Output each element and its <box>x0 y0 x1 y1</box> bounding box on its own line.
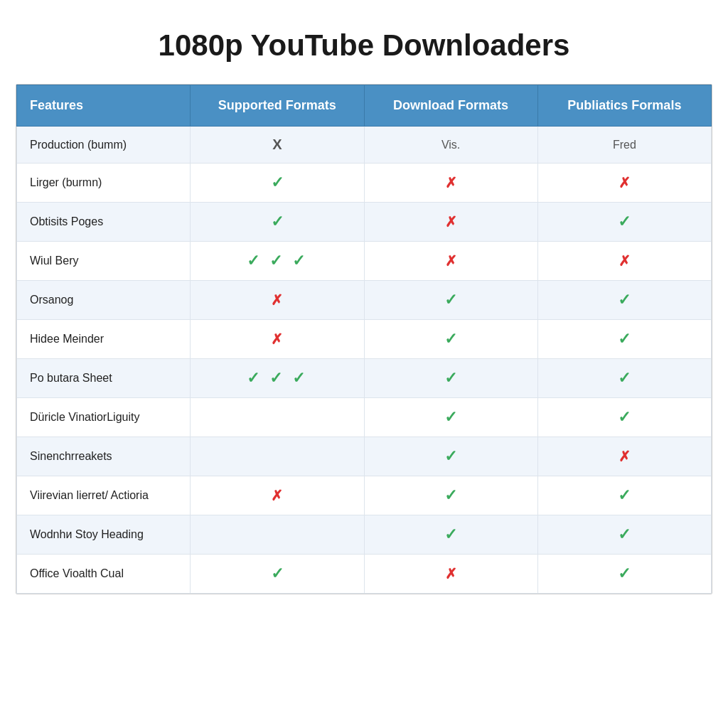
col-header-features: Features <box>17 85 191 127</box>
value-cell: ✓ <box>364 476 537 515</box>
comparison-table-wrapper: Features Supported Formats Download Form… <box>16 84 712 594</box>
value-cell: ✗ <box>364 555 537 594</box>
value-cell: ✓ <box>537 320 711 359</box>
table-row: Obtisits Poges✓✗✓ <box>17 203 712 242</box>
value-cell: ✓ <box>537 476 711 515</box>
value-cell: ✗ <box>364 164 537 203</box>
value-cell <box>191 515 364 555</box>
feature-cell: Office Vioalth Cual <box>17 555 191 594</box>
value-cell: ✓ <box>364 515 537 555</box>
comparison-table: Features Supported Formats Download Form… <box>16 85 712 594</box>
table-row: Po butara Sheet✓ ✓ ✓✓✓ <box>17 359 712 398</box>
value-cell: ✓ <box>537 359 711 398</box>
value-cell: ✓ <box>537 555 711 594</box>
value-cell: ✗ <box>191 320 364 359</box>
feature-cell: Lirger (burmn) <box>17 164 191 203</box>
value-cell: ✓ <box>537 281 711 320</box>
value-cell: ✗ <box>537 437 711 476</box>
value-cell <box>191 437 364 476</box>
feature-cell: Po butara Sheet <box>17 359 191 398</box>
table-row: Wodnhи Stoy Heading✓✓ <box>17 515 712 555</box>
feature-cell: Düricle VinatiorLiguity <box>17 398 191 437</box>
table-row: Wiul Bery✓ ✓ ✓✗✗ <box>17 242 712 281</box>
value-cell: ✓ <box>537 515 711 555</box>
value-cell: ✓ ✓ ✓ <box>191 242 364 281</box>
value-cell: Vis. <box>364 127 537 164</box>
table-row: Hidee Meinder✗✓✓ <box>17 320 712 359</box>
value-cell: ✓ <box>364 320 537 359</box>
value-cell: ✓ <box>537 398 711 437</box>
col-header-supported: Supported Formats <box>191 85 364 127</box>
value-cell: Fred <box>537 127 711 164</box>
value-cell: ✓ ✓ ✓ <box>191 359 364 398</box>
value-cell: X <box>191 127 364 164</box>
table-row: Düricle VinatiorLiguity✓✓ <box>17 398 712 437</box>
value-cell: ✓ <box>191 164 364 203</box>
table-row: Sinenchrreakets✓✗ <box>17 437 712 476</box>
col-header-publiatics: Publiatics Formals <box>537 85 711 127</box>
col-header-download: Download Formats <box>364 85 537 127</box>
feature-cell: Hidee Meinder <box>17 320 191 359</box>
value-cell <box>191 398 364 437</box>
table-header-row: Features Supported Formats Download Form… <box>17 85 712 127</box>
value-cell: ✗ <box>364 203 537 242</box>
value-cell: ✓ <box>364 398 537 437</box>
value-cell: ✓ <box>364 359 537 398</box>
value-cell: ✗ <box>191 281 364 320</box>
value-cell: ✓ <box>191 555 364 594</box>
page-title: 1080p YouTube Downloaders <box>159 28 570 63</box>
feature-cell: Sinenchrreakets <box>17 437 191 476</box>
value-cell: ✗ <box>537 242 711 281</box>
table-row: Orsanog✗✓✓ <box>17 281 712 320</box>
value-cell: ✓ <box>191 203 364 242</box>
value-cell: ✗ <box>537 164 711 203</box>
value-cell: ✓ <box>364 281 537 320</box>
feature-cell: Orsanog <box>17 281 191 320</box>
table-row: Viirevian lierret/ Actioria✗✓✓ <box>17 476 712 515</box>
value-cell: ✗ <box>364 242 537 281</box>
table-row: Production (bumm)XVis.Fred <box>17 127 712 164</box>
table-row: Lirger (burmn)✓✗✗ <box>17 164 712 203</box>
feature-cell: Wiul Bery <box>17 242 191 281</box>
feature-cell: Obtisits Poges <box>17 203 191 242</box>
value-cell: ✗ <box>191 476 364 515</box>
table-row: Office Vioalth Cual✓✗✓ <box>17 555 712 594</box>
feature-cell: Production (bumm) <box>17 127 191 164</box>
value-cell: ✓ <box>537 203 711 242</box>
feature-cell: Wodnhи Stoy Heading <box>17 515 191 555</box>
value-cell: ✓ <box>364 437 537 476</box>
feature-cell: Viirevian lierret/ Actioria <box>17 476 191 515</box>
